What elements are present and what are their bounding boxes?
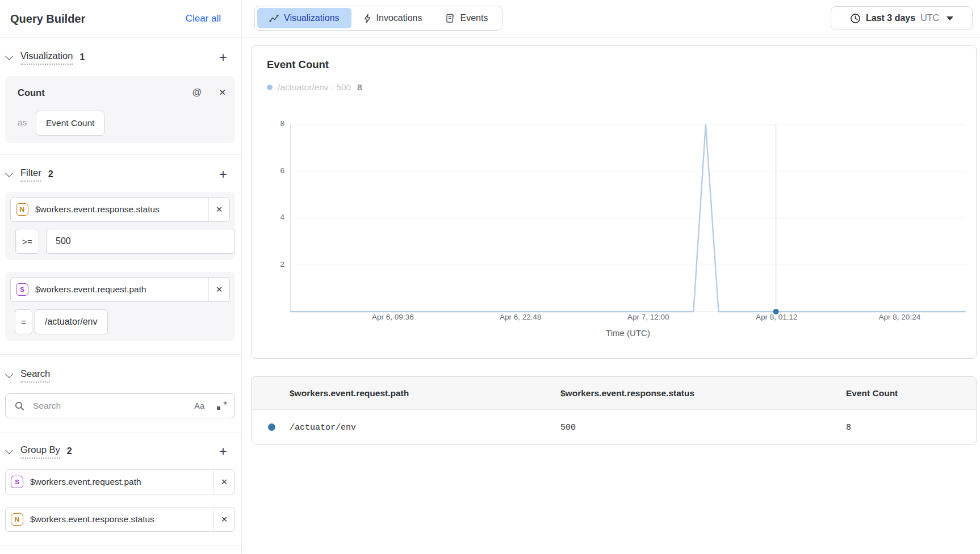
results-table: $workers.event.request.path $workers.eve… <box>251 376 977 445</box>
at-icon[interactable]: @ <box>192 87 202 98</box>
query-builder-app: Query Builder Clear all Visualization 1 … <box>0 0 980 554</box>
add-group-by-button[interactable]: + <box>216 444 231 459</box>
search-field: Aa * <box>5 393 235 418</box>
clear-all-link[interactable]: Clear all <box>186 13 221 24</box>
chart-legend[interactable]: /actuator/env · 500 8 <box>267 82 362 93</box>
tab-label: Visualizations <box>284 13 340 23</box>
section-group-by-label[interactable]: Group By <box>20 444 60 459</box>
section-filter-label[interactable]: Filter <box>20 167 41 182</box>
table-header-row: $workers.event.request.path $workers.eve… <box>252 377 976 410</box>
y-tick-label: 8 <box>256 119 284 128</box>
time-range-label: Last 3 days <box>866 13 915 23</box>
timezone-label: UTC <box>920 13 939 23</box>
sidebar-header: Query Builder Clear all <box>0 0 241 37</box>
group-by-count: 2 <box>67 446 72 456</box>
group-by-field-name: $workers.event.response.status <box>30 514 213 524</box>
tab-visualizations[interactable]: Visualizations <box>257 8 351 28</box>
legend-series-label: /actuator/env · 500 <box>278 82 351 93</box>
x-axis-title: Time (UTC) <box>606 328 650 338</box>
view-tabs: Visualizations Invocations Events <box>254 6 502 31</box>
section-group-by-header: Group By 2 + <box>0 444 241 459</box>
page-title: Query Builder <box>10 12 186 26</box>
divider <box>0 354 241 355</box>
regex-asterisk: * <box>223 400 227 411</box>
add-visualization-button[interactable]: + <box>216 50 231 65</box>
chevron-down-icon[interactable] <box>5 169 13 177</box>
search-icon <box>15 401 24 411</box>
legend-dot <box>267 85 273 90</box>
chart-plot[interactable] <box>290 120 966 316</box>
line-chart-icon <box>269 14 279 23</box>
as-label: as <box>18 117 27 128</box>
section-visualization-header: Visualization 1 + <box>0 50 241 65</box>
divider <box>0 432 241 433</box>
close-icon[interactable]: ✕ <box>208 198 229 221</box>
filter-operator-select[interactable]: >= <box>15 229 39 254</box>
section-search-label[interactable]: Search <box>20 368 50 383</box>
chevron-down-icon[interactable] <box>5 52 13 60</box>
events-icon <box>446 14 455 23</box>
filter-field-select[interactable]: S $workers.event.request.path ✕ <box>10 277 230 302</box>
number-type-badge: N <box>11 513 23 526</box>
filter-item: S $workers.event.request.path ✕ = /actua… <box>5 272 235 341</box>
visualization-card: Count @ ✕ as Event Count <box>5 76 235 143</box>
cell-response-status: 500 <box>560 410 576 445</box>
close-icon[interactable]: ✕ <box>213 470 234 494</box>
topbar-divider <box>0 37 980 38</box>
chart-card: Event Count /actuator/env · 500 8 2468 A… <box>251 45 977 359</box>
tab-label: Events <box>460 13 488 23</box>
cell-event-count: 8 <box>846 410 851 445</box>
section-search-header: Search <box>0 368 241 383</box>
series-color-dot <box>268 423 275 431</box>
caret-down-icon <box>947 16 953 20</box>
string-type-badge: S <box>16 283 28 296</box>
group-by-field[interactable]: S $workers.event.request.path ✕ <box>5 469 235 494</box>
tab-events[interactable]: Events <box>434 8 500 28</box>
add-filter-button[interactable]: + <box>216 167 231 182</box>
divider <box>0 154 241 155</box>
regex-square <box>217 406 220 410</box>
number-type-badge: N <box>16 203 28 216</box>
close-icon[interactable]: ✕ <box>219 87 226 98</box>
chevron-down-icon[interactable] <box>5 370 13 378</box>
column-header: $workers.event.response.status <box>560 377 694 409</box>
string-type-badge: S <box>11 476 23 488</box>
chevron-down-icon[interactable] <box>5 446 13 454</box>
y-tick-label: 2 <box>256 260 284 268</box>
section-visualization-label[interactable]: Visualization <box>20 51 73 65</box>
visualization-count: 1 <box>79 52 85 62</box>
column-header: Event Count <box>846 377 898 409</box>
filter-item: N $workers.event.response.status ✕ >= 50… <box>5 192 235 260</box>
group-by-field[interactable]: N $workers.event.response.status ✕ <box>5 507 235 532</box>
tab-invocations[interactable]: Invocations <box>351 8 434 28</box>
filter-value-input[interactable]: 500 <box>46 229 235 254</box>
case-sensitivity-icon[interactable]: Aa <box>194 401 204 410</box>
filter-field-name: $workers.event.response.status <box>35 204 208 215</box>
cell-request-path: /actuator/env <box>290 410 356 445</box>
alias-input[interactable]: Event Count <box>36 111 104 136</box>
section-filter-header: Filter 2 + <box>0 167 241 182</box>
filter-operator-select[interactable]: = <box>15 309 32 334</box>
filter-field-select[interactable]: N $workers.event.response.status ✕ <box>10 197 230 222</box>
regex-icon[interactable]: * <box>217 401 227 411</box>
legend-series-value: 8 <box>357 82 362 93</box>
clock-icon <box>850 13 861 24</box>
close-icon[interactable]: ✕ <box>213 507 234 531</box>
filter-field-name: $workers.event.request.path <box>35 284 208 295</box>
visualization-metric-row: Count @ ✕ <box>18 85 226 100</box>
filter-value-input[interactable]: /actuator/env <box>35 309 108 334</box>
tab-label: Invocations <box>376 13 422 23</box>
metric-name[interactable]: Count <box>18 87 192 98</box>
close-icon[interactable]: ✕ <box>208 278 229 301</box>
column-header: $workers.event.request.path <box>290 377 409 409</box>
sidebar-divider <box>241 0 242 554</box>
lightning-icon <box>363 14 371 23</box>
y-tick-label: 4 <box>256 213 284 221</box>
time-range-button[interactable]: Last 3 days UTC <box>831 6 973 30</box>
y-tick-label: 6 <box>256 166 284 175</box>
chart-title: Event Count <box>267 58 329 71</box>
search-input[interactable] <box>32 400 194 412</box>
filter-count: 2 <box>48 169 53 179</box>
table-row[interactable]: /actuator/env 500 8 <box>252 410 976 445</box>
divider <box>0 545 241 545</box>
